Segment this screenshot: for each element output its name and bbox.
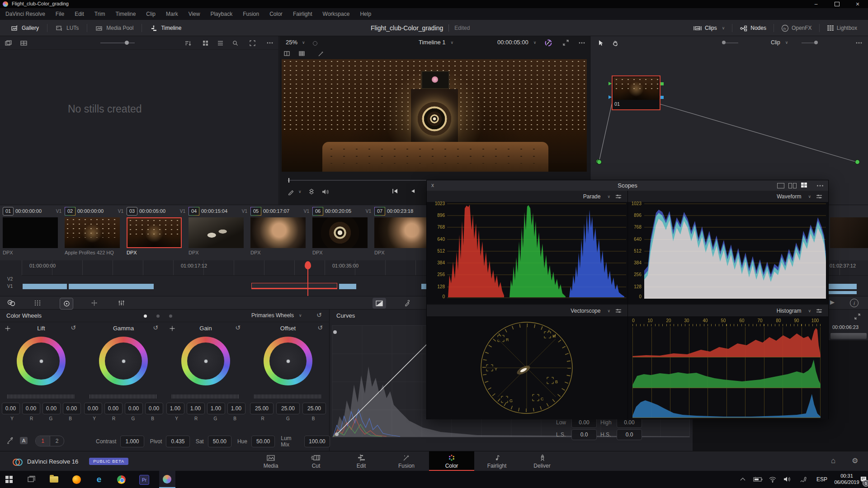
menu-edit[interactable]: Edit	[75, 11, 84, 17]
node-output-rgb[interactable]	[660, 82, 664, 85]
tracker-palette-icon[interactable]	[90, 299, 98, 307]
parade-select[interactable]: Parade	[583, 193, 601, 200]
grade-mode-select[interactable]: ∨	[288, 188, 302, 195]
premiere-icon[interactable]: Pr	[139, 475, 149, 485]
waveform-settings-icon[interactable]	[816, 193, 823, 200]
wipe-mode-button[interactable]	[373, 298, 386, 309]
lum-mix-value[interactable]: 100.00	[304, 436, 330, 447]
clip-thumbnail[interactable]	[189, 217, 244, 248]
gallery-toggle-button[interactable]: Gallery	[11, 25, 39, 32]
hue-value[interactable]: 50.00	[251, 436, 275, 447]
clip-thumbnail[interactable]	[374, 217, 429, 248]
gamma-wheel-handle[interactable]	[122, 360, 125, 363]
page-edit[interactable]: Edit	[339, 451, 384, 471]
node-zoom-knob-b[interactable]	[814, 41, 818, 44]
vectorscope-select[interactable]: Vectorscope	[571, 308, 600, 314]
page-dot-2[interactable]	[156, 314, 160, 318]
clip-thumbnail[interactable]	[250, 217, 306, 248]
firefox-icon[interactable]	[72, 475, 81, 484]
thumb-size-slider-knob[interactable]	[125, 41, 129, 45]
page-color-active[interactable]: Color	[429, 451, 474, 471]
lift-r-value[interactable]: 0.00	[22, 403, 40, 414]
timeline-toggle-button[interactable]: Timeline	[150, 25, 181, 32]
info-icon[interactable]: i	[850, 299, 859, 307]
list-view-icon[interactable]	[217, 40, 224, 47]
page-deliver[interactable]: Deliver	[519, 451, 565, 471]
timeline-clip[interactable]	[829, 284, 857, 289]
clip-thumbnail[interactable]	[3, 217, 58, 248]
page-fusion[interactable]: Fusion	[384, 451, 429, 471]
panel-reset-icon[interactable]: ↺	[316, 311, 322, 319]
gallery-more-icon[interactable]	[267, 42, 274, 44]
vectorscope-settings-icon[interactable]	[615, 308, 622, 314]
sort-icon[interactable]	[184, 40, 192, 47]
node-zoom-knob-a[interactable]	[722, 41, 726, 44]
clip-item[interactable]: 0600:00:20:05V1 DPX	[312, 206, 371, 260]
grid-view-icon[interactable]	[202, 40, 209, 47]
clock[interactable]: 00:31 06/06/2019	[833, 473, 861, 485]
page-cut[interactable]: Cut	[293, 451, 339, 471]
start-button[interactable]	[5, 476, 13, 483]
viewer-zoom-select[interactable]: 25%∨	[286, 39, 305, 46]
gamma-g-value[interactable]: 0.00	[125, 403, 143, 414]
node-input-key[interactable]	[609, 95, 612, 99]
page-media[interactable]: Media	[248, 451, 293, 471]
clip-thumbnail[interactable]	[312, 217, 368, 248]
gain-wheel-handle[interactable]	[204, 360, 208, 363]
offset-g-value[interactable]: 25.00	[276, 403, 300, 414]
timeline-album-icon[interactable]	[20, 40, 28, 47]
clip-item[interactable]: 0400:00:15:04V1 DPX	[189, 206, 247, 260]
menu-help[interactable]: Help	[360, 11, 371, 17]
expand-panel-icon[interactable]	[249, 40, 256, 47]
corrector-node[interactable]: 01	[612, 75, 660, 110]
scopes-titlebar[interactable]: x Scopes	[427, 180, 828, 191]
lift-b-value[interactable]: 0.00	[63, 403, 81, 414]
waveform-select[interactable]: Waveform	[777, 193, 801, 200]
timeline-clip-selected[interactable]	[251, 283, 337, 289]
color-wheels-palette-icon[interactable]	[6, 299, 16, 307]
lightbox-toggle-button[interactable]: Lightbox	[827, 25, 857, 31]
offset-wheel[interactable]	[264, 337, 312, 385]
timeline-clip[interactable]	[339, 284, 356, 289]
settings-gear-icon[interactable]: ⚙	[852, 456, 858, 465]
gamma-wheel[interactable]	[99, 337, 148, 385]
menu-file[interactable]: File	[56, 11, 64, 17]
gain-r-value[interactable]: 1.00	[187, 403, 205, 414]
lift-g-value[interactable]: 0.00	[42, 403, 61, 414]
clip-item[interactable]: 0700:00:23:18 DPX	[374, 206, 433, 260]
chrome-icon[interactable]	[117, 475, 126, 484]
layers-icon[interactable]	[308, 188, 315, 195]
close-button[interactable]: ×	[847, 0, 868, 8]
offset-r-value[interactable]: 25.00	[250, 403, 274, 414]
clip-thumbnail-partial[interactable]	[830, 217, 868, 248]
clip-thumbnail[interactable]	[65, 217, 120, 248]
timeline-clip[interactable]	[69, 284, 154, 289]
node-output-key[interactable]	[660, 96, 664, 99]
highlight-wand-icon[interactable]	[317, 50, 325, 57]
menu-view[interactable]: View	[189, 11, 200, 17]
menu-clip[interactable]: Clip	[146, 11, 156, 17]
step-back-icon[interactable]	[410, 188, 416, 194]
page-dot-1[interactable]	[144, 314, 147, 318]
viewer-more-icon[interactable]	[579, 42, 585, 44]
openfx-toggle-button[interactable]: fx OpenFX	[781, 24, 812, 32]
graph-output-dot[interactable]	[855, 160, 860, 164]
menu-davinci-resolve[interactable]: DaVinci Resolve	[5, 11, 45, 17]
media-pool-toggle-button[interactable]: Media Pool	[95, 25, 133, 32]
lift-wheel[interactable]	[17, 337, 66, 385]
gamma-y-value[interactable]: 0.00	[84, 403, 102, 414]
menu-fusion[interactable]: Fusion	[243, 11, 259, 17]
offset-master-slider[interactable]	[254, 394, 322, 399]
offset-wheel-handle[interactable]	[287, 360, 290, 363]
pen-icon[interactable]	[799, 476, 807, 483]
tray-chevron-icon[interactable]	[740, 477, 746, 481]
luts-toggle-button[interactable]: LUTs	[56, 25, 79, 32]
viewer-bypass-icon[interactable]	[313, 41, 317, 46]
histogram-settings-icon[interactable]	[816, 308, 823, 314]
gain-master-slider[interactable]	[172, 394, 240, 399]
effects-palette-icon[interactable]	[118, 299, 125, 307]
jog-marker[interactable]	[288, 178, 289, 183]
home-icon[interactable]: ⌂	[831, 456, 835, 465]
thumb-size-slider[interactable]	[100, 42, 135, 43]
lift-master-slider[interactable]	[7, 394, 75, 399]
